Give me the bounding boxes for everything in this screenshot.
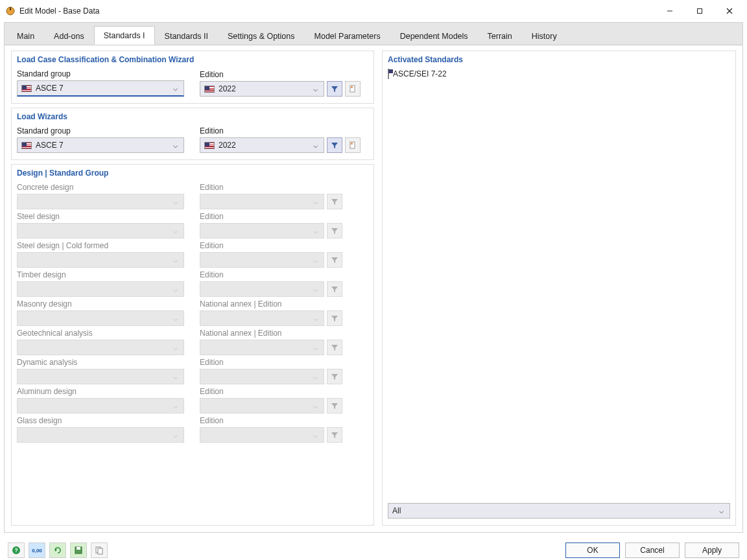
title-bar: Edit Model - Base Data xyxy=(0,0,747,22)
apply-button[interactable]: Apply xyxy=(685,542,739,558)
filter-button xyxy=(327,340,342,355)
chevron-down-icon: ⌵ xyxy=(309,372,321,381)
close-button[interactable] xyxy=(715,1,744,21)
label-design-right: Edition xyxy=(200,387,324,396)
panel-load-wizards: Load Wizards Standard group ASCE 7 ⌵ Edi… xyxy=(11,108,374,160)
svg-rect-3 xyxy=(698,9,702,14)
cancel-button[interactable]: Cancel xyxy=(625,542,680,558)
label-design-right: Edition xyxy=(200,270,324,279)
combo-loadcase-standard-group[interactable]: ASCE 7 ⌵ xyxy=(17,80,184,97)
panel-design: Design | Standard Group Concrete design⌵… xyxy=(11,164,374,526)
svg-marker-19 xyxy=(331,403,338,409)
svg-rect-26 xyxy=(77,547,80,550)
minimize-button[interactable] xyxy=(655,1,685,21)
us-flag-icon xyxy=(21,142,32,149)
fg-design-right: Edition⌵ xyxy=(200,386,324,414)
copy-button[interactable] xyxy=(91,542,108,558)
reset-button[interactable] xyxy=(49,542,66,558)
combo-activated-filter[interactable]: All ⌵ xyxy=(388,503,730,519)
combo-design-left: ⌵ xyxy=(17,281,184,297)
new-button[interactable] xyxy=(345,137,361,153)
tab-standards-i[interactable]: Standards I xyxy=(94,26,155,45)
label-standard-group: Standard group xyxy=(17,126,184,135)
svg-marker-13 xyxy=(331,228,338,234)
activated-standard-item[interactable]: ASCE/SEI 7-22 xyxy=(388,68,730,80)
tab-strip: Main Add-ons Standards I Standards II Se… xyxy=(5,23,742,45)
filter-button xyxy=(327,398,342,414)
tab-settings-options[interactable]: Settings & Options xyxy=(218,27,305,45)
combo-design-right: ⌵ xyxy=(200,310,324,326)
right-column: Activated Standards ASCE/SEI 7-22 All ⌵ xyxy=(382,51,736,526)
units-button[interactable]: 0,00 xyxy=(29,542,45,558)
fg-design-left: Steel design | Cold formed⌵ xyxy=(17,240,184,268)
dialog-footer: ? 0,00 OK Cancel Apply xyxy=(0,541,747,560)
edition-line-load-wizards: Edition 2022 ⌵ xyxy=(200,125,361,153)
combo-loadwizard-edition[interactable]: 2022 ⌵ xyxy=(200,137,324,153)
chevron-down-icon: ⌵ xyxy=(169,197,181,206)
design-rows: Concrete design⌵Edition⌵Steel design⌵Edi… xyxy=(17,181,368,443)
fg-design-right: Edition⌵ xyxy=(200,356,324,384)
combo-design-left: ⌵ xyxy=(17,369,184,384)
row-load-wizards: Standard group ASCE 7 ⌵ Edition 20 xyxy=(17,125,368,153)
svg-marker-20 xyxy=(331,432,338,438)
combo-design-left: ⌵ xyxy=(17,310,184,326)
filter-button xyxy=(327,194,342,209)
tab-dependent-models[interactable]: Dependent Models xyxy=(390,27,478,45)
svg-marker-15 xyxy=(331,286,338,292)
fg-loadcase-standard-group: Standard group ASCE 7 ⌵ xyxy=(17,68,184,97)
chevron-down-icon: ⌵ xyxy=(309,343,321,352)
design-row: Geotechnical analysis⌵National annex | E… xyxy=(17,327,368,355)
label-edition: Edition xyxy=(200,70,324,79)
fg-loadwizard-standard-group: Standard group ASCE 7 ⌵ xyxy=(17,125,184,153)
label-design-right: Edition xyxy=(200,416,324,425)
svg-point-11 xyxy=(351,143,353,145)
filter-button[interactable] xyxy=(327,81,342,97)
tab-addons[interactable]: Add-ons xyxy=(44,27,94,45)
combo-design-right: ⌵ xyxy=(200,427,324,443)
fg-loadcase-edition: Edition 2022 ⌵ xyxy=(200,69,324,97)
ok-button[interactable]: OK xyxy=(565,542,620,558)
svg-text:0,00: 0,00 xyxy=(32,548,42,554)
design-row: Aluminum design⌵Edition⌵ xyxy=(17,386,368,414)
filter-button xyxy=(327,252,342,268)
combo-loadcase-edition[interactable]: 2022 ⌵ xyxy=(200,81,324,97)
chevron-down-icon: ⌵ xyxy=(309,430,321,439)
tab-standards-ii[interactable]: Standards II xyxy=(155,27,218,45)
fg-design-left: Masonry design⌵ xyxy=(17,298,184,326)
us-flag-icon xyxy=(21,85,32,92)
activated-standard-label: ASCE/SEI 7-22 xyxy=(393,69,447,78)
window-title: Edit Model - Base Data xyxy=(19,6,99,16)
maximize-button[interactable] xyxy=(685,1,715,21)
label-design-right: National annex | Edition xyxy=(200,299,324,309)
edition-line-design: Edition⌵ xyxy=(200,386,342,414)
save-default-button[interactable] xyxy=(70,542,87,558)
new-button[interactable] xyxy=(345,81,361,97)
chevron-down-icon: ⌵ xyxy=(309,141,321,150)
chevron-down-icon: ⌵ xyxy=(309,285,321,294)
fg-design-right: Edition⌵ xyxy=(200,269,324,297)
combo-design-left: ⌵ xyxy=(17,340,184,355)
tab-terrain[interactable]: Terrain xyxy=(478,27,522,45)
design-row: Glass design⌵Edition⌵ xyxy=(17,415,368,443)
svg-marker-18 xyxy=(331,374,338,380)
tab-model-parameters[interactable]: Model Parameters xyxy=(305,27,390,45)
label-design-right: Edition xyxy=(200,358,324,367)
design-row: Steel design | Cold formed⌵Edition⌵ xyxy=(17,240,368,268)
fg-design-right: Edition⌵ xyxy=(200,181,324,209)
label-design-left: Masonry design xyxy=(17,299,184,309)
chevron-down-icon: ⌵ xyxy=(309,401,321,410)
help-button[interactable]: ? xyxy=(8,542,25,558)
fg-design-left: Aluminum design⌵ xyxy=(17,386,184,414)
filter-button xyxy=(327,369,342,384)
svg-marker-14 xyxy=(331,257,338,263)
design-row: Dynamic analysis⌵Edition⌵ xyxy=(17,356,368,384)
tab-main[interactable]: Main xyxy=(7,27,44,45)
edition-line-design: Edition⌵ xyxy=(200,181,342,209)
label-design-left: Timber design xyxy=(17,270,184,279)
tab-history[interactable]: History xyxy=(522,27,567,45)
filter-button[interactable] xyxy=(327,137,342,153)
combo-design-left: ⌵ xyxy=(17,398,184,414)
label-design-right: National annex | Edition xyxy=(200,329,324,338)
combo-loadwizard-standard-group[interactable]: ASCE 7 ⌵ xyxy=(17,137,184,153)
combo-design-left: ⌵ xyxy=(17,194,184,209)
